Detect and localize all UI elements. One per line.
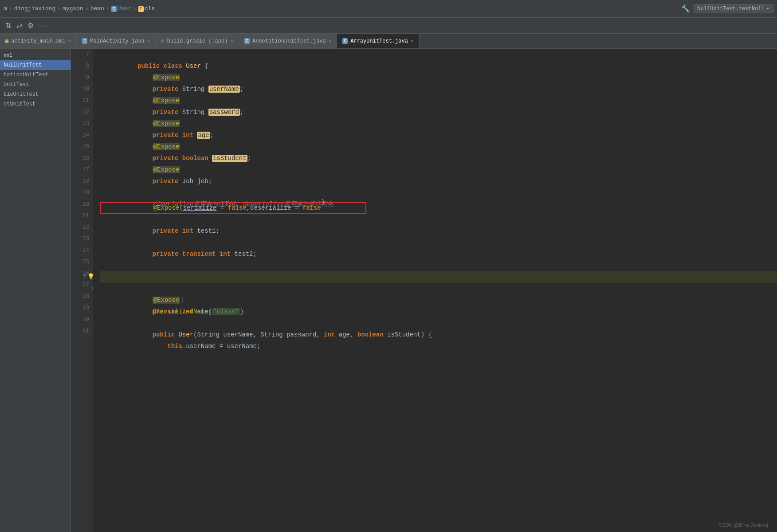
line-num-16: 16 (75, 153, 89, 164)
code-line-9: private String userName; (100, 72, 777, 83)
code-line-24 (100, 248, 777, 260)
line-num-19: 19 (75, 187, 89, 199)
sidebar-item-unit-test[interactable]: UnitTest (0, 80, 71, 90)
chevron-down-icon: ▾ (766, 5, 769, 12)
toolbar: ⇅ ⇄ ⚙ — (0, 18, 777, 34)
breadcrumb-cls: fcls (138, 5, 155, 12)
sidebar-item-et-unit-test[interactable]: etUnitTest (0, 99, 71, 109)
breadcrumb-bean: bean (90, 5, 104, 12)
tab-annotation-unit-test[interactable]: C AnnotationUnitTest.java × (239, 34, 337, 49)
main-layout: xml NullUnitTest tationUnitTest UnitTest… (0, 49, 777, 532)
java-icon: C (82, 38, 87, 44)
tab-build-gradle[interactable]: ⚙ build.gradle (:app) × (156, 34, 239, 49)
line-num-20: 20 (75, 199, 89, 210)
code-lines: public class User { @Expose private Stri… (93, 49, 777, 532)
line-num-12: 12 (75, 106, 89, 118)
fold-icon: ▽ (83, 271, 86, 283)
editor[interactable]: 7 8 9 10 11 12 13 14 15 16 17 18 19 20 2… (71, 49, 777, 532)
tab-array-unit-test[interactable]: C ArrayUnitTest.java × (337, 34, 419, 49)
minimize-button[interactable]: — (37, 21, 48, 31)
toolbar-btn-2[interactable]: ⇄ (15, 20, 24, 31)
top-right-controls: 🔧 NullUnitTest.testNull ▾ (681, 4, 773, 13)
fold-arrow-icon: ▽ (91, 283, 94, 294)
run-config-label: NullUnitTest.testNull (698, 6, 765, 12)
code-line-8: @Expose (100, 60, 777, 72)
code-line-29 (100, 306, 777, 317)
xml-icon: ▦ (5, 38, 8, 44)
line-num-23: 23 (75, 233, 89, 245)
code-line-27: ▽ @SerializedName("class") (100, 283, 777, 294)
line-num-29: 29 (75, 302, 89, 314)
sidebar-item-tation-unit-test[interactable]: tationUnitTest (0, 70, 71, 80)
tab-close-icon[interactable]: × (329, 39, 332, 44)
gradle-icon: ⚙ (161, 38, 164, 44)
tab-close-icon[interactable]: × (68, 39, 71, 44)
line-num-14: 14 (75, 129, 89, 141)
tab-label: activity_main.xml (11, 38, 65, 44)
code-line-15: private boolean isStudent; (100, 141, 777, 153)
code-line-13: private int age; (100, 118, 777, 129)
tab-activity-main-xml[interactable]: ▦ activity_main.xml × (0, 34, 77, 49)
tab-label: build.gradle (:app) (167, 38, 228, 44)
code-line-26: ▽ 💡 @Expose| (100, 271, 777, 283)
line-num-11: 11 (75, 95, 89, 106)
line-numbers: 7 8 9 10 11 12 13 14 15 16 17 18 19 20 2… (71, 49, 93, 532)
code-line-11: private String password; (100, 95, 777, 106)
code-line-30: public User(String userName, String pass… (100, 317, 777, 329)
line-num-7: 7 (75, 49, 89, 60)
top-bar: m › dingjiaxiong › mygson › bean › CUser… (0, 0, 777, 18)
code-line-18 (100, 176, 777, 187)
tab-label: MainActivity.java (90, 38, 144, 44)
toolbar-btn-1[interactable]: ⇅ (4, 20, 13, 31)
settings-button[interactable]: ⚙ (26, 20, 35, 31)
sidebar-item-ble-unit-test[interactable]: bleUnitTest (0, 90, 71, 99)
line-num-10: 10 (75, 83, 89, 95)
line-num-21: 21 (75, 210, 89, 222)
line-num-28: 28 (75, 291, 89, 302)
line-num-30: 30 (75, 314, 89, 325)
code-line-20: @Expose(serialize = false,deserialize = … (100, 202, 366, 214)
breadcrumb-m: m (4, 5, 7, 12)
line-num-18: 18 (75, 176, 89, 187)
sidebar-item-null-unit-test[interactable]: NullUnitTest (0, 60, 71, 70)
code-line-14: @Expose (100, 129, 777, 141)
line-num-31: 31 (75, 325, 89, 337)
code-line-17: private Job job; (100, 164, 777, 176)
line-num-17: 17 (75, 164, 89, 176)
java-icon: C (244, 38, 250, 44)
tab-label: ArrayUnitTest.java (350, 38, 408, 44)
line-num-25: 25 (75, 256, 89, 268)
code-line-10: @Expose (100, 83, 777, 95)
breadcrumb: m › dingjiaxiong › mygson › bean › CUser… (4, 5, 155, 12)
tab-close-icon[interactable]: × (411, 39, 414, 44)
code-line-25: //无法以class作为字段名 (100, 260, 777, 271)
java-icon: C (342, 38, 348, 44)
tab-label: AnnotationUnitTest.java (252, 38, 326, 44)
run-config-selector[interactable]: NullUnitTest.testNull ▾ (694, 4, 773, 13)
sidebar: xml NullUnitTest tationUnitTest UnitTest… (0, 49, 71, 532)
tab-mainactivity-java[interactable]: C MainActivity.java × (77, 34, 156, 49)
breadcrumb-dingjiaxiong: dingjiaxiong (14, 5, 56, 12)
watermark: CSDN @Ding Jiaxiong (719, 522, 768, 528)
sidebar-xml-label: xml (0, 51, 71, 60)
code-container: 7 8 9 10 11 12 13 14 15 16 17 18 19 20 2… (71, 49, 777, 532)
code-line-31: this.userName = userName; (100, 329, 777, 340)
wrench-icon: 🔧 (681, 4, 690, 13)
line-num-9: 9 (75, 72, 89, 83)
code-line-28: private int cls; (100, 294, 777, 306)
line-num-8: 8 (75, 60, 89, 72)
tab-bar: ▦ activity_main.xml × C MainActivity.jav… (0, 34, 777, 49)
line-num-22: 22 (75, 222, 89, 233)
code-line-16: @Expose (100, 153, 777, 164)
bulb-icon[interactable]: 💡 (87, 271, 94, 283)
tab-close-icon[interactable]: × (147, 39, 150, 44)
line-num-24: 24 (75, 245, 89, 256)
code-line-23: private transient int test2; (100, 237, 777, 248)
tab-close-icon[interactable]: × (230, 39, 233, 44)
line-num-15: 15 (75, 141, 89, 153)
breadcrumb-mygson: mygson (63, 5, 83, 12)
code-line-22 (100, 225, 777, 237)
code-line-19: //serialize是否参与序列化，deserialize是否参与反序列化 (100, 187, 777, 199)
line-num-13: 13 (75, 118, 89, 129)
breadcrumb-user: CUser (111, 5, 131, 12)
